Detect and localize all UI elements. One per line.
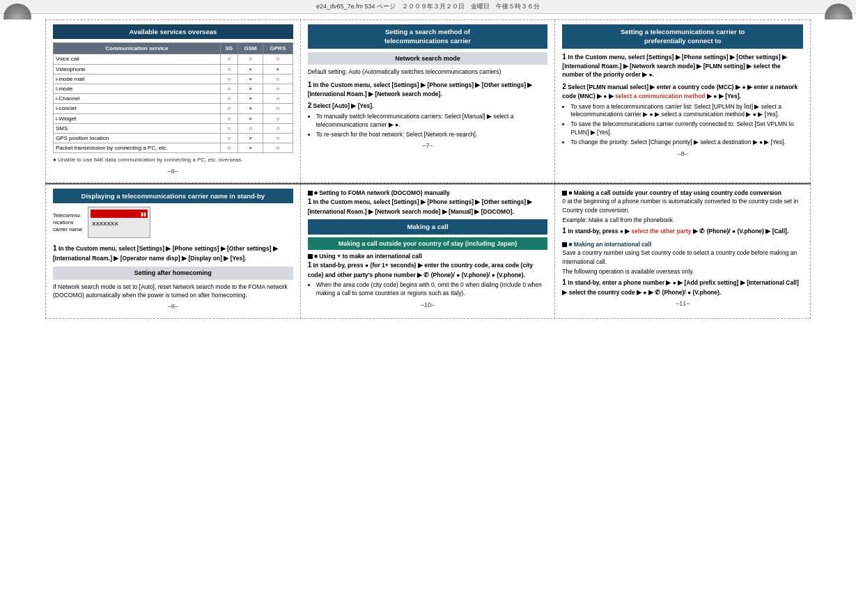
international-text2: The following operation is available ove… bbox=[562, 267, 803, 276]
file-info-header: e24_dv65_7e.fm 534 ページ ２００９年３月２０日 金曜日 午後… bbox=[0, 0, 856, 14]
outside-header: ■ Making a call outside your country of … bbox=[562, 189, 803, 197]
bullet-item: When the area code (city code) begins wi… bbox=[316, 281, 548, 298]
outside-text1: 0 at the beginning of a phone number is … bbox=[562, 197, 803, 214]
making-call-subheader: Making a call outside your country of st… bbox=[308, 237, 548, 251]
telecom-header: Setting a telecommunications carrier to … bbox=[562, 24, 803, 49]
col-making-call: ■ Setting to FOMA network (DOCOMO) manua… bbox=[301, 184, 556, 318]
outside-step1: 1 In stand-by, press ● ▶ select the othe… bbox=[562, 226, 803, 237]
making-call-main-header: Making a call bbox=[308, 219, 548, 234]
displaying-carrier-header: Displaying a telecommunications carrier … bbox=[53, 189, 293, 203]
page-num-8: –8– bbox=[562, 150, 803, 159]
table-row: i-Widget○×○ bbox=[54, 113, 293, 123]
foma-step1: 1 In the Custom menu, select [Settings] … bbox=[308, 197, 548, 216]
homecoming-subheader: Setting after homecoming bbox=[53, 267, 293, 280]
international-step1: 1 In stand-by, enter a phone number ▶ ● … bbox=[562, 278, 803, 297]
carrier-display-mockup: Telecommu-nicationscarrier name ▮▮ XXXXX… bbox=[53, 207, 293, 238]
bullet-item: To save the telecommunications carrier c… bbox=[570, 120, 803, 137]
col-available-services: Available services overseas Communicatio… bbox=[46, 20, 301, 182]
page-num-11: –11– bbox=[562, 299, 803, 308]
international-header: ■ Making an international call bbox=[562, 240, 803, 248]
telecom-step2: 2 Select [PLMN manual select] ▶ enter a … bbox=[562, 82, 803, 101]
th-service: Communication service bbox=[54, 43, 221, 54]
col-international-call: ■ Making a call outside your country of … bbox=[555, 184, 810, 318]
displaying-step1: 1 In the Custom menu, select [Settings] … bbox=[53, 244, 293, 262]
page-num-6: –6– bbox=[53, 167, 293, 176]
bullet-item: To save from a telecommunications carrie… bbox=[570, 103, 803, 120]
col-setting-search: Setting a search method of telecommunica… bbox=[301, 20, 556, 182]
table-row: i-concier○×○ bbox=[54, 104, 293, 113]
table-row: Voice call○○○ bbox=[54, 54, 293, 64]
using-plus-bullets: When the area code (city code) begins wi… bbox=[308, 281, 548, 298]
search-step1: 1 In the Custom menu, select [Settings] … bbox=[308, 80, 548, 99]
using-plus-step1: 1 In stand-by, press ● (for 1+ seconds) … bbox=[308, 260, 548, 279]
bullet-item: To re-search for the host network: Selec… bbox=[316, 131, 548, 139]
bottom-grid: Displaying a telecommunications carrier … bbox=[45, 184, 811, 319]
th-gsm: GSM bbox=[238, 43, 263, 54]
table-row: Packet transmission by connecting a PC, … bbox=[54, 143, 293, 153]
col-setting-telecom: Setting a telecommunications carrier to … bbox=[555, 20, 810, 182]
table-row: Videophone○×× bbox=[54, 64, 293, 74]
services-note: ● Unable to use 64K data communication b… bbox=[53, 156, 293, 164]
page-num-9: –9– bbox=[53, 302, 293, 311]
using-plus-header: ■ Using + to make an international call bbox=[308, 252, 548, 260]
foma-section-header: ■ Setting to FOMA network (DOCOMO) manua… bbox=[308, 189, 548, 197]
network-search-mode-subheader: Network search mode bbox=[308, 52, 548, 65]
default-setting-text: Default setting: Auto (Automatically swi… bbox=[308, 68, 548, 76]
top-grid: Available services overseas Communicatio… bbox=[45, 19, 811, 183]
telecom-step1: 1 In the Custom menu, select [Settings] … bbox=[562, 52, 803, 79]
th-3g: 3G bbox=[220, 43, 238, 54]
carrier-display-label: Telecommu-nicationscarrier name bbox=[53, 212, 82, 232]
file-info-text: e24_dv65_7e.fm 534 ページ ２００９年３月２０日 金曜日 午後… bbox=[316, 3, 540, 10]
page-num-10: –10– bbox=[308, 301, 548, 310]
telecom-bullets: To save from a telecommunications carrie… bbox=[562, 103, 803, 147]
outside-text2: Example: Make a call from the phonebook bbox=[562, 216, 803, 224]
services-table: Communication service 3G GSM GPRS Voice … bbox=[53, 42, 293, 153]
international-text1: Save a country number using Set country … bbox=[562, 248, 803, 266]
table-row: i-Channel○×○ bbox=[54, 94, 293, 104]
available-services-header: Available services overseas bbox=[53, 24, 293, 39]
homecoming-text: If Network search mode is set to [Auto],… bbox=[53, 283, 293, 300]
table-row: i-mode○×○ bbox=[54, 84, 293, 94]
table-row: SMS○○○ bbox=[54, 123, 293, 133]
th-gprs: GPRS bbox=[263, 43, 293, 54]
search-bullets: To manually switch telecommunications ca… bbox=[308, 113, 548, 139]
bullet-item: To manually switch telecommunications ca… bbox=[316, 113, 548, 129]
search-step2: 2 Select [Auto] ▶ [Yes]. bbox=[308, 101, 548, 111]
table-row: GPS position location○×○ bbox=[54, 133, 293, 143]
page-num-7: –7– bbox=[308, 141, 548, 150]
carrier-screen-mock: ▮▮ XXXXXXX bbox=[88, 207, 150, 238]
search-header: Setting a search method of telecommunica… bbox=[308, 24, 548, 49]
col-displaying-carrier: Displaying a telecommunications carrier … bbox=[46, 184, 301, 318]
bullet-item: To change the priority: Select [Change p… bbox=[570, 139, 803, 147]
table-row: i-mode mail○×○ bbox=[54, 74, 293, 84]
